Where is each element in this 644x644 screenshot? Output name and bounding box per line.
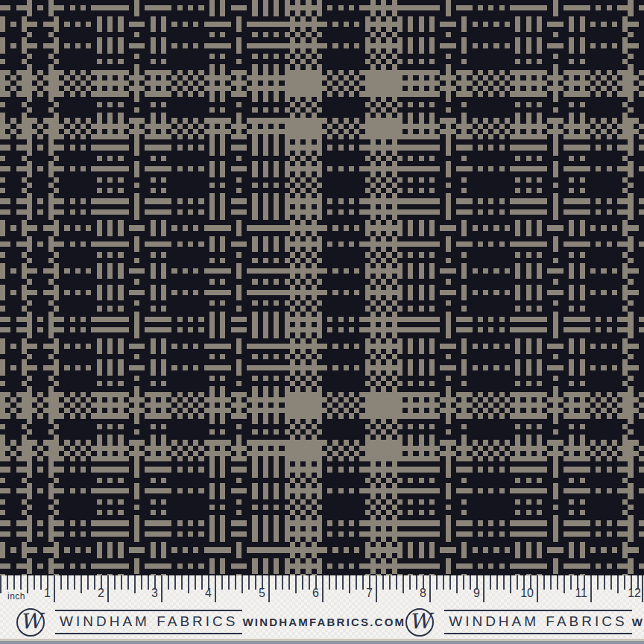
ruler-tick [13, 575, 15, 590]
ruler-tick [610, 575, 612, 590]
ruler-tick [174, 575, 176, 590]
windham-website-text: WINDHAMFABRICS.COM [632, 616, 644, 628]
ruler-number-12: 12 [623, 587, 641, 600]
ruler-number-1: 1 [33, 587, 51, 600]
ruler-number-10: 10 [516, 587, 534, 600]
ruler-tick [0, 575, 1, 593]
ruler-tick [228, 575, 230, 590]
ruler-number-9: 9 [462, 587, 480, 600]
ruler-tick [20, 575, 22, 590]
ruler-tick [181, 575, 183, 590]
ruler-tick [27, 575, 28, 593]
ruler-number-7: 7 [355, 587, 373, 600]
ruler-tick [121, 575, 122, 590]
ruler-tick [268, 575, 270, 602]
brand-unit: W WINDHAM FABRICS [405, 608, 631, 637]
ruler-tick [510, 575, 511, 593]
ruler-tick [127, 575, 129, 590]
ruler-tick [335, 575, 337, 590]
ruler-tick [349, 575, 350, 593]
ruler-tick [490, 575, 491, 590]
ruler-tick [449, 575, 451, 590]
ruler-tick [590, 575, 592, 602]
ruler-number-11: 11 [569, 587, 587, 600]
ruler-tick [543, 575, 545, 590]
ruler-tick [342, 575, 344, 590]
windham-website-text: WINDHAMFABRICS.COM [242, 616, 405, 628]
ruler-tick [642, 575, 643, 602]
ruler-tick [134, 575, 136, 593]
ruler-tick [382, 575, 384, 590]
ruler-tick [235, 575, 236, 590]
ruler-tick [74, 575, 75, 590]
ruler-tick [617, 575, 619, 593]
ruler-tick [550, 575, 552, 590]
ruler-tick [564, 575, 565, 593]
ruler-tick [188, 575, 189, 593]
bottom-edge-slate-line [0, 641, 644, 644]
ruler-tick [282, 575, 283, 590]
ruler-tick [288, 575, 290, 590]
ruler-tick [456, 575, 458, 593]
ruler-tick [60, 575, 62, 590]
ruler: inch 123456789101112 [0, 575, 644, 605]
windham-logo-circle: W [405, 608, 434, 637]
ruler-tick [107, 575, 109, 602]
ruler-tick [329, 575, 330, 590]
brand-unit: W WINDHAM FABRICS [16, 608, 242, 637]
ruler-tick [597, 575, 599, 590]
ruler-unit-label: inch [7, 591, 25, 602]
ruler-tick [67, 575, 69, 590]
ruler-number-3: 3 [140, 587, 158, 600]
ruler-tick [389, 575, 391, 590]
ruler-tick [557, 575, 558, 590]
ruler-tick [503, 575, 505, 590]
ruler-tick [161, 575, 162, 602]
ruler-number-6: 6 [301, 587, 319, 600]
ruler-tick [295, 575, 297, 593]
ruler-number-2: 2 [86, 587, 104, 600]
ruler-tick [275, 575, 277, 590]
windham-monogram-icon: W [408, 610, 431, 632]
ruler-tick [396, 575, 397, 590]
ruler-number-5: 5 [247, 587, 265, 600]
ruler-tick [322, 575, 323, 602]
ruler-tick [7, 575, 8, 590]
windham-wordmark: WINDHAM FABRICS [55, 610, 242, 634]
ruler-tick [604, 575, 605, 590]
ruler-tick [483, 575, 484, 602]
ruler-tick [376, 575, 377, 602]
selvage-strip: inch 123456789101112 W WINDHAM FABRICS W… [0, 575, 644, 639]
ruler-tick [221, 575, 223, 590]
fabric-swatch-canvas [0, 0, 644, 575]
ruler-tick [80, 575, 82, 593]
ruler-tick [402, 575, 404, 593]
ruler-tick [436, 575, 438, 590]
ruler-tick [429, 575, 431, 602]
ruler-tick [168, 575, 169, 590]
ruler-tick [242, 575, 243, 593]
windham-wordmark: WINDHAM FABRICS [444, 610, 631, 634]
ruler-tick [54, 575, 55, 602]
ruler-number-8: 8 [408, 587, 426, 600]
ruler-tick [114, 575, 116, 590]
fabric-swatch-page: inch 123456789101112 W WINDHAM FABRICS W… [0, 0, 644, 644]
branding-row: W WINDHAM FABRICS WINDHAMFABRICS.COM W W… [0, 605, 644, 639]
ruler-number-4: 4 [194, 587, 212, 600]
ruler-tick [443, 575, 444, 590]
windham-monogram-icon: W [19, 610, 42, 632]
ruler-tick [496, 575, 498, 590]
ruler-tick [537, 575, 538, 602]
windham-logo-circle: W [16, 608, 45, 637]
ruler-tick [215, 575, 216, 602]
